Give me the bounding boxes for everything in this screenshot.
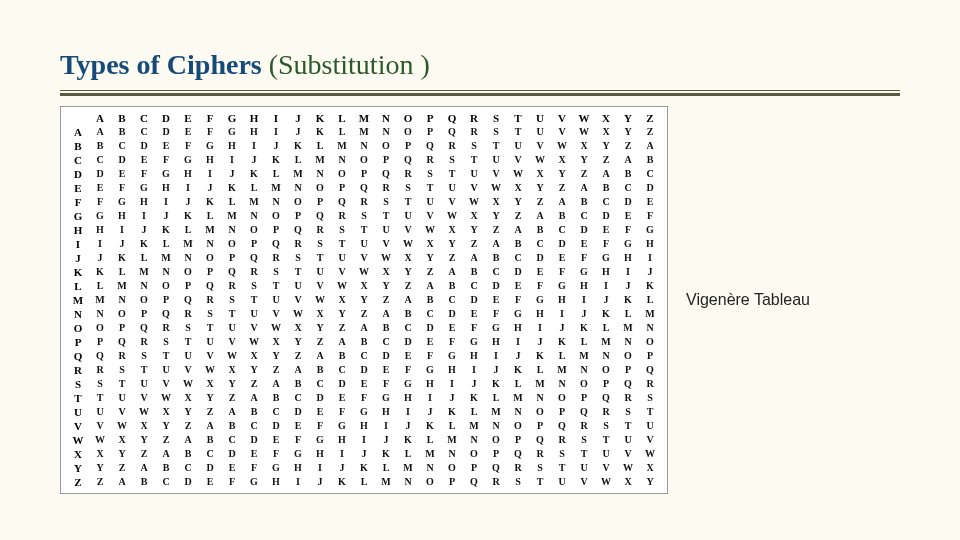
table-cell: H — [375, 405, 397, 419]
table-cell: F — [595, 237, 617, 251]
table-cell: O — [221, 237, 243, 251]
table-cell: R — [529, 447, 551, 461]
table-cell: T — [199, 321, 221, 335]
table-cell: F — [441, 335, 463, 349]
table-cell: I — [287, 475, 309, 489]
table-cell: D — [199, 461, 221, 475]
table-cell: V — [353, 251, 375, 265]
table-cell: L — [89, 279, 111, 293]
table-cell: K — [595, 307, 617, 321]
table-row: DDEFGHIJKLMNOPQRSTUVWXYZABC — [67, 167, 661, 181]
table-cell: Q — [485, 461, 507, 475]
table-cell: V — [155, 377, 177, 391]
col-header: C — [133, 111, 155, 125]
table-cell: T — [617, 419, 639, 433]
table-cell: W — [507, 167, 529, 181]
table-cell: Y — [221, 377, 243, 391]
table-cell: S — [111, 363, 133, 377]
table-cell: P — [485, 447, 507, 461]
row-header: I — [67, 237, 89, 251]
table-cell: T — [573, 447, 595, 461]
table-cell: J — [441, 391, 463, 405]
table-cell: W — [419, 223, 441, 237]
table-cell: B — [287, 377, 309, 391]
table-cell: V — [551, 125, 573, 139]
table-cell: O — [309, 181, 331, 195]
table-cell: C — [111, 139, 133, 153]
row-header: Q — [67, 349, 89, 363]
table-cell: N — [551, 377, 573, 391]
table-row: HHIJKLMNOPQRSTUVWXYZABCDEFG — [67, 223, 661, 237]
table-cell: H — [309, 447, 331, 461]
table-cell: R — [397, 167, 419, 181]
table-cell: U — [507, 139, 529, 153]
table-cell: V — [595, 461, 617, 475]
table-cell: R — [221, 279, 243, 293]
table-cell: D — [177, 475, 199, 489]
table-cell: J — [199, 181, 221, 195]
table-cell: R — [111, 349, 133, 363]
table-cell: B — [639, 153, 661, 167]
table-cell: A — [485, 237, 507, 251]
table-cell: S — [199, 307, 221, 321]
table-cell: O — [595, 363, 617, 377]
table-cell: Y — [111, 447, 133, 461]
table-cell: G — [397, 377, 419, 391]
table-cell: A — [221, 405, 243, 419]
table-cell: H — [617, 251, 639, 265]
table-cell: R — [441, 139, 463, 153]
table-cell: Z — [221, 391, 243, 405]
table-row: OOPQRSTUVWXYZABCDEFGHIJKLMN — [67, 321, 661, 335]
table-cell: T — [507, 125, 529, 139]
table-cell: V — [463, 181, 485, 195]
table-cell: F — [485, 307, 507, 321]
table-cell: F — [551, 265, 573, 279]
table-row: FFGHIJKLMNOPQRSTUVWXYZABCDE — [67, 195, 661, 209]
table-cell: W — [331, 279, 353, 293]
table-cell: W — [133, 405, 155, 419]
table-cell: H — [177, 167, 199, 181]
table-cell: N — [331, 153, 353, 167]
table-cell: Y — [551, 167, 573, 181]
table-cell: U — [441, 181, 463, 195]
table-cell: Z — [529, 195, 551, 209]
table-cell: O — [287, 195, 309, 209]
table-cell: O — [639, 335, 661, 349]
table-cell: I — [89, 237, 111, 251]
table-cell: H — [485, 335, 507, 349]
table-cell: B — [111, 125, 133, 139]
table-cell: G — [177, 153, 199, 167]
table-cell: W — [265, 321, 287, 335]
table-cell: Y — [309, 321, 331, 335]
table-row: XXYZABCDEFGHIJKLMNOPQRSTUVW — [67, 447, 661, 461]
col-header: D — [155, 111, 177, 125]
table-cell: O — [265, 209, 287, 223]
table-cell: B — [463, 265, 485, 279]
table-cell: C — [463, 279, 485, 293]
table-cell: M — [639, 307, 661, 321]
table-cell: C — [529, 237, 551, 251]
title-paren: (Substitution ) — [269, 49, 430, 80]
table-cell: X — [177, 391, 199, 405]
table-cell: P — [375, 153, 397, 167]
table-cell: G — [243, 475, 265, 489]
table-cell: L — [155, 237, 177, 251]
col-header: P — [419, 111, 441, 125]
table-cell: V — [639, 433, 661, 447]
table-cell: Q — [287, 223, 309, 237]
table-cell: A — [133, 461, 155, 475]
table-cell: L — [639, 293, 661, 307]
table-cell: Z — [265, 363, 287, 377]
table-cell: T — [595, 433, 617, 447]
table-cell: B — [221, 419, 243, 433]
table-cell: L — [375, 461, 397, 475]
table-cell: D — [463, 293, 485, 307]
table-cell: R — [353, 195, 375, 209]
table-cell: K — [353, 461, 375, 475]
table-cell: Y — [595, 139, 617, 153]
table-cell: C — [551, 223, 573, 237]
table-cell: Q — [243, 251, 265, 265]
table-cell: S — [177, 321, 199, 335]
table-cell: X — [353, 279, 375, 293]
table-cell: R — [133, 335, 155, 349]
